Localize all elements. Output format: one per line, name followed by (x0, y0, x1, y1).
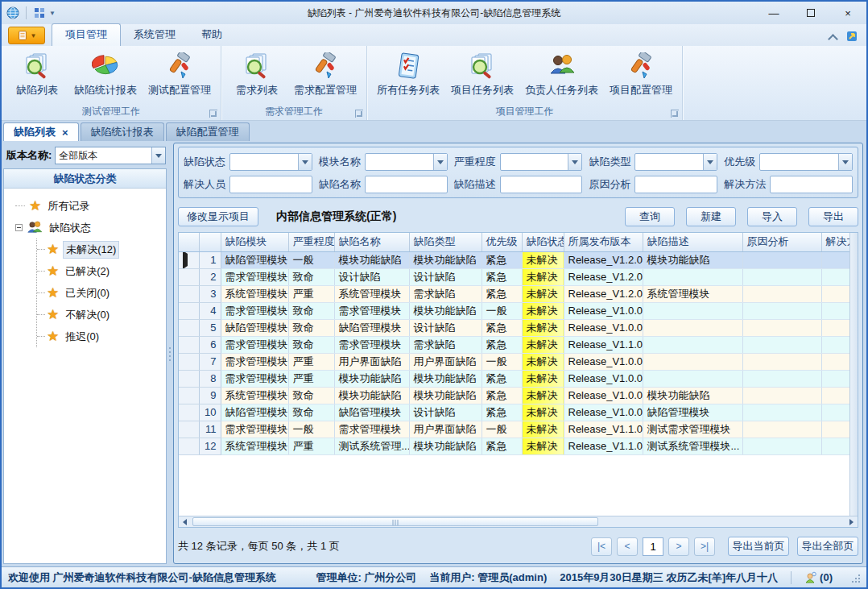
cell-description[interactable] (643, 302, 742, 319)
cell-type[interactable]: 模块功能缺陷 (409, 302, 482, 319)
filter-input-解决方法[interactable] (771, 177, 852, 192)
ribbon-tab-项目管理[interactable]: 项目管理 (52, 23, 121, 46)
cell-release[interactable]: Release_V1.0.0 (564, 319, 643, 336)
cell-type[interactable]: 设计缺陷 (409, 268, 482, 285)
filter-dropdown-button[interactable] (703, 154, 717, 170)
export-current-page-button[interactable]: 导出当前页 (728, 537, 789, 556)
cell-priority[interactable]: 紧急 (482, 285, 522, 302)
cell-release[interactable]: Release_V1.0.0 (564, 370, 643, 387)
page-number-input[interactable] (643, 537, 663, 556)
app-menu-button[interactable]: ▼ (8, 27, 45, 44)
table-row[interactable]: 6需求管理模块致命需求管理模块需求缺陷紧急未解决Release_V1.1.0 (179, 336, 858, 353)
cell-priority[interactable]: 一般 (482, 353, 522, 370)
close-button[interactable]: × (829, 2, 866, 24)
cell-severity[interactable]: 严重 (288, 438, 334, 454)
cell-name[interactable]: 需求管理模块 (334, 421, 409, 438)
doc-tab-缺陷列表[interactable]: 缺陷列表× (3, 122, 79, 141)
cell-description[interactable]: 模块功能缺陷 (643, 387, 742, 404)
filter-dropdown-button[interactable] (838, 154, 852, 170)
tab-close-icon[interactable]: × (62, 127, 68, 139)
version-dropdown-button[interactable] (151, 147, 165, 164)
cell-priority[interactable]: 紧急 (482, 370, 522, 387)
cell-name[interactable]: 测试系统管理... (334, 438, 409, 454)
filter-field-缺陷名称[interactable] (365, 176, 448, 193)
action-button-新建[interactable]: 新建 (686, 207, 736, 226)
ribbon-button-负责人任务列表[interactable]: 负责人任务列表 (520, 49, 603, 99)
globe-icon[interactable] (6, 6, 19, 19)
cell-type[interactable]: 用户界面缺陷 (409, 421, 482, 438)
table-row[interactable]: 12系统管理模块严重测试系统管理...模块功能缺陷紧急未解决Release_V1… (179, 438, 858, 454)
vertical-scrollbar[interactable] (849, 233, 858, 516)
cell-cause[interactable] (742, 302, 821, 319)
cell-severity[interactable]: 致命 (288, 336, 334, 353)
scrollbar-track[interactable] (191, 516, 845, 527)
cell-status[interactable]: 未解决 (522, 319, 564, 336)
grid-icon[interactable] (33, 6, 46, 19)
cell-release[interactable]: Release_V1.0.0 (564, 387, 643, 404)
cell-name[interactable]: 模块功能缺陷 (334, 370, 409, 387)
cell-severity[interactable]: 一般 (288, 251, 334, 268)
cell-release[interactable]: Release_V1.2.0 (564, 251, 643, 268)
cell-release[interactable]: Release_V1.1.0 (564, 336, 643, 353)
cell-module[interactable]: 需求管理模块 (221, 336, 288, 353)
cell-description[interactable] (643, 336, 742, 353)
cell-cause[interactable] (742, 387, 821, 404)
filter-dropdown-button[interactable] (433, 154, 447, 170)
cell-type[interactable]: 模块功能缺陷 (409, 387, 482, 404)
filter-field-模块名称[interactable] (365, 153, 448, 171)
next-page-button[interactable]: > (668, 537, 689, 556)
cell-module[interactable]: 系统管理模块 (221, 285, 288, 302)
cell-status[interactable]: 未解决 (522, 302, 564, 319)
tree-item-所有记录[interactable]: ★所有记录 (15, 195, 166, 217)
first-page-button[interactable]: |< (591, 537, 612, 556)
column-header-release[interactable]: 所属发布版本 (564, 233, 643, 251)
cell-status[interactable]: 未解决 (522, 336, 564, 353)
cell-release[interactable]: Release_V1.2.0 (564, 285, 643, 302)
cell-cause[interactable] (742, 285, 821, 302)
cell-status[interactable]: 未解决 (522, 421, 564, 438)
cell-module[interactable]: 系统管理模块 (221, 387, 288, 404)
scroll-right-button[interactable] (845, 516, 858, 527)
cell-release[interactable]: Release_V1.1.0 (564, 421, 643, 438)
cell-description[interactable]: 测试系统管理模块... (643, 438, 742, 454)
table-row[interactable]: 7需求管理模块严重用户界面缺陷用户界面缺陷一般未解决Release_V1.0.0 (179, 353, 858, 370)
cell-priority[interactable]: 紧急 (482, 336, 522, 353)
table-row[interactable]: 5缺陷管理模块致命缺陷管理模块设计缺陷紧急未解决Release_V1.0.0 (179, 319, 858, 336)
table-row[interactable]: 10缺陷管理模块致命缺陷管理模块设计缺陷紧急未解决Release_V1.0.0缺… (179, 404, 858, 421)
cell-release[interactable]: Release_V1.0.0 (564, 302, 643, 319)
online-users[interactable]: (0) (804, 571, 833, 584)
ribbon-button-缺陷统计报表[interactable]: 缺陷统计报表 (69, 49, 142, 99)
cell-release[interactable]: Release_V1.2.0 (564, 268, 643, 285)
action-button-导出[interactable]: 导出 (808, 207, 858, 226)
action-button-导入[interactable]: 导入 (747, 207, 797, 226)
cell-severity[interactable]: 严重 (288, 370, 334, 387)
cell-status[interactable]: 未解决 (522, 387, 564, 404)
splitter-handle[interactable] (167, 141, 173, 566)
tree-item-不解决(0)[interactable]: ★不解决(0) (37, 304, 166, 326)
cell-module[interactable]: 缺陷管理模块 (221, 251, 288, 268)
cell-description[interactable] (643, 268, 742, 285)
cell-name[interactable]: 需求管理模块 (334, 336, 409, 353)
cell-cause[interactable] (742, 404, 821, 421)
filter-field-解决方法[interactable] (770, 176, 853, 193)
filter-dropdown-button[interactable] (568, 154, 581, 170)
cell-status[interactable]: 未解决 (522, 353, 564, 370)
cell-module[interactable]: 需求管理模块 (221, 268, 288, 285)
tree-item-未解决(12)[interactable]: ★未解决(12) (37, 239, 166, 260)
resize-grip[interactable] (850, 573, 860, 583)
cell-severity[interactable]: 致命 (288, 319, 334, 336)
last-page-button[interactable]: >| (694, 537, 715, 556)
table-row[interactable]: 4需求管理模块致命需求管理模块模块功能缺陷一般未解决Release_V1.0.0 (179, 302, 858, 319)
minimize-button[interactable]: — (755, 2, 792, 24)
cell-description[interactable] (643, 370, 742, 387)
cell-release[interactable]: Release_V1.1.0 (564, 438, 643, 454)
cell-module[interactable]: 缺陷管理模块 (221, 319, 288, 336)
cell-severity[interactable]: 一般 (288, 421, 334, 438)
filter-field-优先级[interactable] (759, 153, 853, 171)
cell-priority[interactable]: 紧急 (482, 251, 522, 268)
column-header-status[interactable]: 缺陷状态 (522, 233, 564, 251)
cell-cause[interactable] (742, 268, 821, 285)
cell-severity[interactable]: 致命 (288, 302, 334, 319)
dialog-launcher-icon[interactable] (671, 110, 679, 118)
table-row[interactable]: 3系统管理模块严重系统管理模块需求缺陷紧急未解决Release_V1.2.0系统… (179, 285, 858, 302)
